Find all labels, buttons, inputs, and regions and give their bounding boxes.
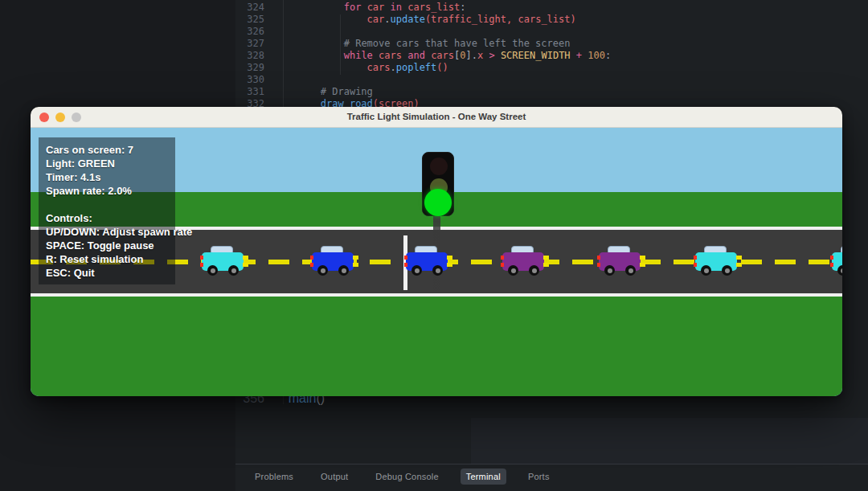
headlight: [447, 263, 452, 267]
car: [202, 246, 244, 276]
wheel-front: [529, 265, 539, 276]
code-token: [274, 86, 321, 97]
red-light-off: [430, 158, 448, 175]
line-number: 328: [235, 50, 274, 62]
code-token: SCREEN_WIDTH: [501, 50, 571, 61]
taillight: [694, 256, 697, 260]
code-token: while: [344, 50, 373, 61]
code-token: .: [391, 62, 396, 73]
headlight: [243, 256, 248, 260]
code-text: car.update(traffic_light, cars_list): [274, 14, 576, 26]
tab-problems[interactable]: Problems: [249, 468, 299, 485]
code-line: 326: [235, 26, 868, 38]
tab-debug-console[interactable]: Debug Console: [370, 468, 444, 485]
wheel-hub: [725, 268, 730, 273]
tab-output[interactable]: Output: [315, 468, 354, 485]
wheel-hub: [342, 268, 346, 273]
code-token: in: [391, 2, 402, 13]
line-number: 326: [235, 26, 274, 38]
car: [695, 246, 737, 276]
car: [599, 246, 641, 276]
panel-separator: [235, 464, 868, 464]
code-token: :: [460, 2, 465, 13]
code-text: # Remove cars that have left the screen: [274, 38, 570, 50]
code-token: for: [344, 2, 362, 13]
car: [502, 246, 544, 276]
simulation-window[interactable]: Traffic Light Simulation - One Way Stree…: [31, 107, 842, 396]
code-token: popleft: [396, 62, 437, 73]
headlight: [543, 256, 549, 260]
car: [832, 246, 842, 276]
code-token: +: [576, 50, 582, 61]
code-token: [373, 50, 379, 61]
indent-guide: [283, 0, 284, 107]
code-token: # Drawing: [321, 86, 373, 97]
code-token: cars: [431, 50, 454, 61]
code-token: .: [384, 14, 390, 25]
green-light-on: [424, 189, 452, 216]
indent-guide: [340, 14, 341, 75]
taillight: [501, 263, 504, 267]
headlight: [543, 263, 549, 267]
code-token: car: [367, 14, 385, 25]
taillight: [830, 256, 833, 260]
code-token: [495, 50, 501, 61]
taillight: [310, 263, 313, 267]
code-token: [571, 50, 576, 61]
tab-terminal[interactable]: Terminal: [461, 468, 506, 485]
code-token: :: [605, 50, 611, 61]
hud-line: Cars on screen: 7: [46, 143, 175, 157]
hud-line: Light: GREEN: [46, 157, 175, 170]
hud-line: Spawn rate: 2.0%: [46, 184, 175, 198]
taillight: [200, 256, 203, 260]
tab-ports[interactable]: Ports: [522, 468, 555, 485]
wheel-hub: [704, 268, 709, 273]
wheel-rear: [411, 265, 422, 276]
car: [406, 246, 448, 276]
code-token: car: [367, 2, 385, 13]
code-text: cars.popleft(): [274, 62, 448, 74]
code-token: 0: [460, 50, 465, 61]
wheel-rear: [207, 265, 218, 276]
code-line: 328 while cars and cars[0].x > SCREEN_WI…: [235, 50, 868, 62]
terminal-panel[interactable]: [471, 418, 868, 464]
window-title: Traffic Light Simulation - One Way Stree…: [31, 107, 842, 127]
headlight: [736, 256, 742, 260]
code-text: for car in cars_list:: [274, 2, 466, 14]
line-number: 330: [235, 74, 274, 86]
line-number: 327: [235, 38, 274, 50]
taillight: [694, 263, 697, 267]
code-token: cars: [379, 50, 402, 61]
line-number: 324: [235, 2, 274, 14]
taillight: [597, 256, 600, 260]
wheel-hub: [321, 268, 326, 273]
wheel-rear: [604, 265, 615, 276]
car: [312, 246, 354, 276]
hud-line: R: Reset simulation: [46, 252, 175, 266]
wheel-rear: [508, 265, 518, 276]
hud-line: Controls:: [46, 211, 175, 225]
wheel-front: [338, 265, 349, 276]
wheel-hub: [628, 268, 633, 273]
wheel-front: [432, 265, 443, 276]
wheel-hub: [532, 268, 537, 273]
code-line: 325 car.update(traffic_light, cars_list): [235, 14, 868, 26]
traffic-light-housing: [422, 152, 454, 216]
window-titlebar[interactable]: Traffic Light Simulation - One Way Stree…: [31, 107, 842, 128]
code-token: [274, 62, 367, 73]
code-token: [274, 14, 367, 25]
code-text: while cars and cars[0].x > SCREEN_WIDTH …: [274, 50, 611, 62]
code-token: (): [436, 62, 448, 73]
code-line: 329 cars.popleft(): [235, 62, 868, 74]
code-token: (traffic_light,: [425, 14, 512, 25]
wheel-hub: [841, 268, 843, 273]
hud-line: SPACE: Toggle pause: [46, 239, 175, 252]
wheel-hub: [415, 268, 420, 273]
code-token: and: [407, 50, 425, 61]
code-line: 330: [235, 74, 868, 86]
taillight: [404, 256, 407, 260]
wheel-front: [625, 265, 636, 276]
taillight: [404, 263, 407, 267]
code-token: cars_list: [407, 2, 460, 13]
code-token: cars: [367, 62, 391, 73]
